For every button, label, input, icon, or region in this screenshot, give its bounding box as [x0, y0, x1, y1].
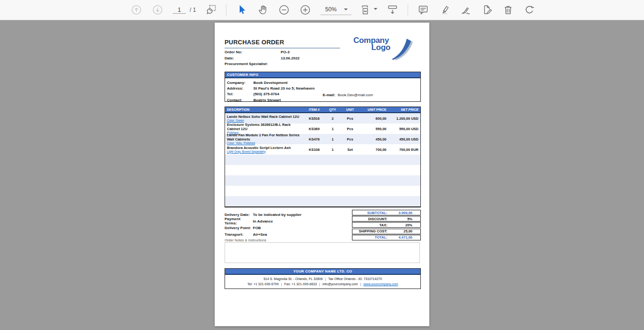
table-empty-row: [225, 155, 420, 165]
zoom-in-button[interactable]: [299, 3, 311, 17]
item-description-cell: Brandora Acoustic Script Lectern Ash Lig…: [225, 146, 303, 154]
zoom-out-button[interactable]: [278, 3, 290, 17]
cursor-arrow-icon: [236, 4, 247, 16]
page-number-input[interactable]: [173, 7, 186, 14]
item-number-cell: KS369: [303, 127, 325, 131]
totals-row: DISCOUNT: 5%: [352, 216, 421, 222]
item-name: Brandora Acoustic Script Lectern Ash: [227, 146, 303, 150]
toolbar-separator: [408, 4, 408, 16]
item-net-price-cell: 550,00 USD: [389, 127, 420, 131]
items-body: Lande Netbox Soho Wall Rack Cabinet 12U …: [225, 113, 420, 206]
page-down-button[interactable]: [151, 3, 164, 17]
footer-line1: 514 S. Magnolia St. - Orlando, FL 32806|…: [226, 276, 419, 281]
dock-toolbar-button[interactable]: [386, 3, 399, 17]
fit-width-icon: [360, 4, 372, 16]
item-note-link[interactable]: Light Gray, Boxed Separately: [227, 150, 303, 154]
item-unit-price-cell: 450,00: [360, 137, 389, 141]
term-label: Payment Terms:: [225, 217, 253, 225]
col-unit-price: UNIT PRICE: [360, 108, 389, 111]
item-unit-price-cell: 600,00: [360, 116, 389, 121]
totals-row: TAX: 20%: [352, 222, 421, 228]
customer-label: Contact:: [227, 98, 253, 102]
col-unit: UNIT: [340, 108, 360, 111]
item-net-price-cell: 450,00 USD: [389, 137, 420, 141]
table-empty-row: [225, 175, 420, 186]
arrow-down-icon: [152, 4, 163, 16]
col-net-price: NET PRICE: [389, 108, 420, 111]
marquee-zoom-button[interactable]: [205, 3, 217, 17]
term-value: To be indicated by supplier: [253, 213, 301, 217]
highlight-button[interactable]: [438, 3, 451, 17]
term-label: Transport:: [225, 232, 253, 237]
meta-label: Order No:: [225, 50, 281, 54]
totals-table: SUBTOTAL: 3.900,00 DISCOUNT: 5% TAX: 20%…: [352, 210, 421, 241]
document-page: PURCHASE ORDER Company Logo Order No: PO…: [215, 23, 429, 326]
page-count-label: / 1: [190, 7, 196, 13]
item-description-cell: Lande Netbox Soho Wall Rack Cabinet 12U …: [225, 115, 303, 123]
item-note-link[interactable]: Color: Green: [227, 119, 303, 123]
item-qty-cell: 1: [325, 148, 340, 152]
totals-value: 4.471,00: [390, 235, 420, 239]
minus-circle-icon: [278, 4, 290, 16]
order-meta-row: Date: 13.06.2022: [225, 55, 300, 61]
customer-row: Contact: Beatrix Stewart: [225, 97, 420, 103]
customer-rows: E-mail: Book.Dev@mail.com Company: Book …: [225, 78, 420, 101]
item-note-link[interactable]: Color: Yello, Polished: [227, 141, 303, 145]
customer-value: (503) 375-0764: [253, 92, 279, 96]
customer-row: Address: St Paul's Road 23 no 5; Newhave…: [225, 85, 420, 91]
table-row: Lande Fan Module 2 Fan For Netbox Series…: [225, 134, 420, 144]
footer-section: YOUR COMPANY NAME LTD. CO 514 S. Magnoli…: [225, 268, 421, 289]
meta-value: 13.06.2022: [281, 56, 300, 60]
customer-value: St Paul's Road 23 no 5; Newhaven: [253, 86, 315, 91]
hand-tool-button[interactable]: [257, 3, 269, 17]
highlighter-icon: [439, 4, 450, 16]
select-tool-button[interactable]: [235, 3, 248, 17]
comment-button[interactable]: [417, 3, 429, 17]
item-unit-cell: Pcs: [340, 137, 360, 141]
item-name: Enclosure Systems 3626612/B-L Rack Cabin…: [227, 123, 303, 131]
footer-separator: |: [281, 282, 282, 286]
chevron-down-icon: [374, 8, 377, 10]
zoom-level-dropdown[interactable]: 50%: [320, 5, 351, 15]
edit-button[interactable]: [481, 3, 493, 17]
term-value: FOB: [253, 226, 261, 230]
terms-rows: Delivery Date: To be indicated by suppli…: [225, 211, 301, 238]
customer-label: Tel:: [227, 92, 253, 96]
rotate-button[interactable]: [523, 3, 535, 17]
order-meta: Order No: PO-3 Date: 13.06.2022 Procurem…: [225, 49, 300, 67]
col-description: DESCRIPTION: [225, 108, 303, 111]
email-value: Book.Dev@mail.com: [338, 93, 373, 97]
customer-label: Address:: [227, 86, 253, 91]
footer-line2: Tel: +1 321-939-5799|Fax: +1 321-939-663…: [226, 281, 419, 287]
item-description-cell: Lande Fan Module 2 Fan For Netbox Series…: [225, 133, 303, 145]
logo-line2: Logo: [371, 44, 390, 51]
document-viewport[interactable]: PURCHASE ORDER Company Logo Order No: PO…: [0, 20, 644, 330]
signature-pen-icon: [460, 4, 471, 16]
footer-body: 514 S. Magnolia St. - Orlando, FL 32806|…: [225, 275, 420, 289]
footer-text: 514 S. Magnolia St. - Orlando, FL 32806: [263, 277, 322, 280]
item-unit-cell: Set: [340, 148, 360, 152]
trash-icon: [502, 4, 514, 16]
item-net-price-cell: 1.200,00 USD: [389, 116, 420, 121]
totals-value: 5%: [390, 217, 420, 221]
footer-website-link[interactable]: www.yourcompany.com: [363, 282, 398, 286]
term-label: Delivery Date:: [225, 213, 253, 217]
page-title: PURCHASE ORDER: [225, 39, 340, 49]
totals-label: SUBTOTAL:: [352, 211, 390, 215]
dock-toolbar-icon: [387, 4, 398, 16]
pdf-toolbar: / 1 50%: [0, 0, 644, 20]
comment-icon: [418, 4, 429, 16]
marquee-zoom-icon: [205, 4, 217, 16]
item-unit-price-cell: 700,00: [360, 148, 389, 152]
totals-row: SHIPPING COST: 25,00: [352, 229, 421, 234]
col-qty: QTY: [325, 108, 340, 111]
delete-button[interactable]: [502, 3, 514, 17]
page-up-button[interactable]: [130, 3, 142, 17]
term-row: Payment Terms: In Advance: [225, 218, 301, 224]
footer-text: Fax: +1 321-939-6633: [284, 282, 317, 286]
signature-button[interactable]: [460, 3, 472, 17]
fit-width-dropdown[interactable]: [360, 4, 377, 16]
term-value: Air+Sea: [253, 232, 267, 237]
chevron-down-icon: [344, 8, 348, 10]
toolbar-separator: [226, 4, 226, 16]
